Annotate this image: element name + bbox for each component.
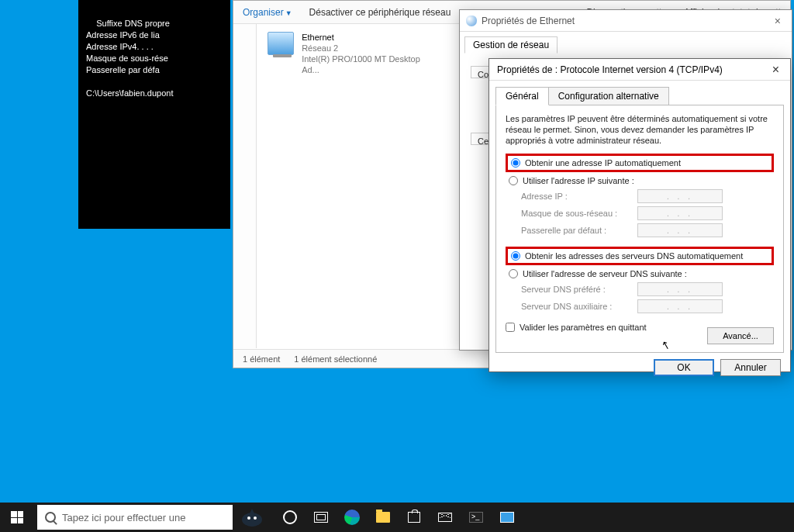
ipv4-button-row: OK Annuler — [489, 359, 790, 384]
field-subnet-mask: Masque de sous-réseau : . . . — [506, 205, 774, 222]
radio-ip-manual-input[interactable] — [509, 176, 518, 185]
ethernet-adapter-item[interactable]: Ethernet Réseau 2 Intel(R) PRO/1000 MT D… — [264, 29, 435, 78]
dns-aux-input[interactable]: . . . — [637, 299, 723, 313]
radio-use-dns-manual[interactable]: Utiliser l'adresse de serveur DNS suivan… — [506, 267, 774, 281]
taskbar-icons: >_ — [274, 503, 523, 532]
search-icon — [45, 512, 56, 523]
radio-ip-auto-input[interactable] — [511, 158, 520, 168]
svg-point-2 — [254, 516, 257, 520]
radio-use-ip-manual[interactable]: Utiliser l'adresse IP suivante : — [506, 174, 774, 188]
network-settings-icon[interactable] — [492, 503, 523, 532]
highlight-ip-auto: Obtenir une adresse IP automatiquement — [506, 154, 774, 172]
file-explorer-icon[interactable] — [368, 503, 399, 532]
field-ip-address: Adresse IP : . . . — [506, 188, 774, 205]
ipv4-description: Les paramètres IP peuvent être déterminé… — [506, 113, 774, 146]
organise-menu[interactable]: Organiser▼ — [243, 7, 292, 18]
field-dns-aux: Serveur DNS auxiliaire : . . . — [506, 298, 774, 315]
tab-network-management[interactable]: Gestion de réseau — [464, 36, 558, 54]
radio-obtain-ip-auto[interactable]: Obtenir une adresse IP automatiquement — [508, 156, 772, 170]
close-icon[interactable]: × — [769, 63, 782, 77]
field-dns-pref: Serveur DNS préféré : . . . — [506, 281, 774, 298]
mail-icon[interactable] — [430, 503, 461, 532]
radio-obtain-dns-auto[interactable]: Obtenir les adresses des serveurs DNS au… — [508, 249, 772, 263]
tab-alt-config[interactable]: Configuration alternative — [548, 87, 669, 105]
status-selected: 1 élément sélectionné — [294, 354, 377, 364]
gateway-input[interactable]: . . . — [637, 223, 723, 237]
svg-point-1 — [247, 516, 250, 520]
ok-button[interactable]: OK — [654, 359, 714, 376]
command-prompt-window[interactable]: Suffixe DNS propre Adresse IPv6 de lia A… — [78, 0, 230, 229]
ipv4-body: Les paramètres IP peuvent être déterminé… — [495, 105, 784, 353]
start-button[interactable] — [0, 503, 34, 532]
advanced-button[interactable]: Avancé... — [707, 327, 774, 344]
terminal-icon[interactable]: >_ — [461, 503, 492, 532]
ethernet-dialog-title: Propriétés de Ethernet — [482, 16, 575, 26]
close-icon[interactable]: × — [770, 15, 785, 27]
highlight-dns-auto: Obtenir les adresses des serveurs DNS au… — [506, 247, 774, 265]
ipv4-properties-dialog[interactable]: Propriétés de : Protocole Internet versi… — [488, 58, 791, 372]
disable-device-action[interactable]: Désactiver ce périphérique réseau — [309, 7, 451, 18]
ip-address-input[interactable]: . . . — [637, 189, 723, 203]
ethernet-dialog-titlebar[interactable]: Propriétés de Ethernet × — [460, 10, 792, 32]
field-gateway: Passerelle par défaut : . . . — [506, 222, 774, 239]
validate-checkbox[interactable] — [506, 323, 515, 332]
shield-icon — [466, 16, 477, 26]
cmd-output: Suffixe DNS propre Adresse IPv6 de lia A… — [86, 19, 174, 98]
cortana-icon[interactable] — [236, 503, 268, 532]
dns-preferred-input[interactable]: . . . — [637, 282, 723, 296]
network-adapter-icon — [268, 32, 294, 55]
ipv4-tabs: Général Configuration alternative — [489, 81, 790, 105]
store-icon[interactable] — [399, 503, 430, 532]
cortana-ring-icon[interactable] — [274, 503, 306, 532]
status-count: 1 élément — [243, 354, 280, 364]
task-view-icon[interactable] — [306, 503, 337, 532]
radio-dns-auto-input[interactable] — [511, 251, 520, 261]
ethernet-text: Ethernet Réseau 2 Intel(R) PRO/1000 MT D… — [302, 32, 432, 75]
radio-dns-manual-input[interactable] — [509, 269, 518, 278]
explorer-left-pane — [233, 24, 257, 348]
cancel-button[interactable]: Annuler — [720, 359, 781, 376]
adapter-network: Réseau 2 — [302, 43, 432, 54]
tab-general[interactable]: Général — [495, 87, 549, 105]
subnet-mask-input[interactable]: . . . — [637, 206, 723, 220]
adapter-device: Intel(R) PRO/1000 MT Desktop Ad... — [302, 54, 432, 75]
search-input[interactable]: Tapez ici pour effectuer une — [37, 505, 233, 530]
edge-icon[interactable] — [337, 503, 368, 532]
windows-logo-icon — [11, 511, 23, 523]
ipv4-titlebar[interactable]: Propriétés de : Protocole Internet versi… — [489, 59, 790, 81]
search-placeholder: Tapez ici pour effectuer une — [62, 512, 185, 523]
adapter-name: Ethernet — [302, 32, 432, 43]
chevron-down-icon: ▼ — [285, 9, 292, 17]
taskbar[interactable]: Tapez ici pour effectuer une >_ — [0, 503, 794, 532]
ipv4-title-text: Propriétés de : Protocole Internet versi… — [497, 64, 769, 75]
